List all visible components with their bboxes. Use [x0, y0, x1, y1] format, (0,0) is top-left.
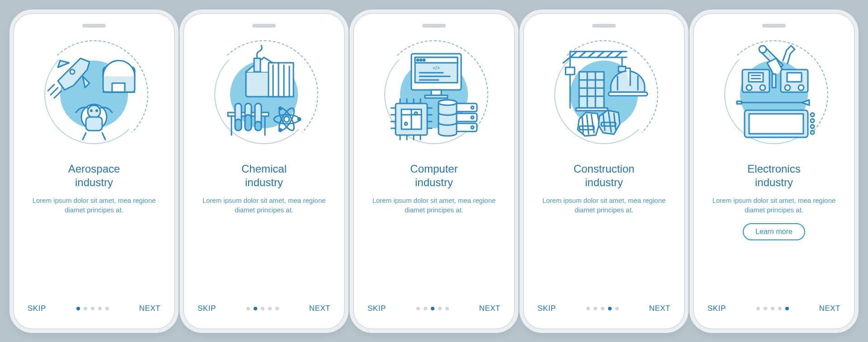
svg-point-108 — [759, 46, 766, 53]
page-dot[interactable] — [756, 307, 760, 310]
page-dot[interactable] — [424, 307, 427, 310]
svg-rect-121 — [737, 101, 741, 104]
aerospace-illustration — [35, 36, 153, 153]
svg-point-112 — [760, 85, 765, 90]
svg-point-3 — [70, 70, 75, 74]
page-dot[interactable] — [431, 307, 434, 310]
svg-line-1 — [51, 88, 58, 95]
svg-line-86 — [563, 57, 570, 63]
page-dot[interactable] — [438, 307, 442, 310]
onboarding-footer: SKIPNEXT — [198, 304, 330, 313]
screen-title: Aerospaceindustry — [68, 162, 120, 189]
svg-point-126 — [811, 125, 814, 128]
next-button[interactable]: NEXT — [479, 304, 500, 313]
svg-rect-5 — [112, 83, 125, 92]
skip-button[interactable]: SKIP — [538, 304, 556, 313]
svg-point-28 — [284, 117, 289, 122]
phone-mockup-4: ElectronicsindustryLorem ipsum dolor sit… — [693, 13, 855, 329]
page-dot[interactable] — [608, 307, 612, 310]
page-dot[interactable] — [76, 307, 80, 310]
page-dot[interactable] — [246, 307, 250, 310]
screen-title: Chemicalindustry — [241, 162, 287, 189]
svg-rect-89 — [566, 67, 575, 75]
skip-button[interactable]: SKIP — [198, 304, 216, 313]
onboarding-footer: SKIPNEXT — [368, 304, 500, 313]
svg-point-111 — [746, 85, 752, 90]
screen-description: Lorem ipsum dolor sit amet, mea regione … — [26, 196, 162, 216]
page-dot[interactable] — [601, 307, 604, 310]
page-dot[interactable] — [261, 307, 264, 310]
computer-illustration: </> — [375, 36, 493, 153]
page-indicator — [756, 307, 789, 310]
svg-text:</>: </> — [433, 65, 440, 70]
svg-point-76 — [439, 100, 457, 105]
onboarding-footer: SKIPNEXT — [538, 304, 670, 313]
screen-title: Computerindustry — [410, 162, 458, 189]
page-indicator — [586, 307, 619, 310]
svg-point-40 — [423, 59, 425, 61]
svg-rect-96 — [576, 108, 608, 111]
next-button[interactable]: NEXT — [309, 304, 330, 313]
svg-line-100 — [582, 117, 583, 133]
next-button[interactable]: NEXT — [649, 304, 670, 313]
page-dot[interactable] — [275, 307, 279, 310]
screen-description: Lorem ipsum dolor sit amet, mea regione … — [196, 196, 332, 216]
construction-illustration — [545, 36, 663, 153]
svg-point-33 — [279, 129, 282, 131]
page-dot[interactable] — [105, 307, 109, 310]
page-dot[interactable] — [98, 307, 102, 310]
page-dot[interactable] — [586, 307, 590, 310]
phone-speaker — [762, 24, 786, 28]
svg-point-11 — [96, 110, 98, 111]
svg-rect-90 — [579, 72, 604, 108]
svg-point-34 — [279, 107, 282, 110]
screen-title: Electronicsindustry — [747, 162, 800, 189]
page-dot[interactable] — [91, 307, 94, 310]
svg-line-84 — [606, 52, 613, 57]
svg-line-80 — [570, 52, 577, 57]
onboarding-footer: SKIPNEXT — [708, 304, 840, 313]
phone-speaker — [82, 24, 106, 28]
onboarding-footer: SKIPNEXT — [28, 304, 160, 313]
page-dot[interactable] — [771, 307, 774, 310]
svg-rect-26 — [245, 115, 251, 131]
phone-mockup-2: </> Computerindustr — [353, 13, 515, 329]
svg-rect-109 — [772, 74, 776, 88]
page-dot[interactable] — [254, 307, 257, 310]
learn-more-button[interactable]: Learn more — [743, 223, 805, 240]
svg-point-125 — [811, 119, 814, 122]
page-dot[interactable] — [84, 307, 87, 310]
skip-button[interactable]: SKIP — [368, 304, 386, 313]
electronics-illustration — [715, 36, 833, 153]
svg-point-8 — [88, 105, 100, 118]
page-dot[interactable] — [268, 307, 272, 310]
svg-point-10 — [91, 110, 92, 111]
page-dot[interactable] — [785, 307, 789, 310]
svg-rect-45 — [431, 90, 441, 95]
page-dot[interactable] — [764, 307, 767, 310]
page-dot[interactable] — [416, 307, 420, 310]
skip-button[interactable]: SKIP — [708, 304, 726, 313]
page-dot[interactable] — [615, 307, 619, 310]
skip-button[interactable]: SKIP — [28, 304, 46, 313]
phone-mockup-0: AerospaceindustryLorem ipsum dolor sit a… — [13, 13, 175, 329]
svg-point-118 — [798, 85, 804, 90]
page-indicator — [416, 307, 449, 310]
page-indicator — [76, 307, 109, 310]
svg-rect-27 — [255, 122, 261, 131]
page-dot[interactable] — [445, 307, 449, 310]
svg-rect-113 — [749, 73, 763, 82]
screen-description: Lorem ipsum dolor sit amet, mea regione … — [536, 196, 672, 216]
svg-line-82 — [588, 52, 595, 57]
svg-point-38 — [417, 59, 419, 61]
svg-rect-119 — [787, 73, 802, 82]
next-button[interactable]: NEXT — [819, 304, 840, 313]
phone-mockup-3: ConstructionindustryLorem ipsum dolor si… — [523, 13, 685, 329]
next-button[interactable]: NEXT — [139, 304, 160, 313]
phone-speaker — [422, 24, 446, 28]
svg-point-32 — [298, 118, 301, 121]
page-dot[interactable] — [778, 307, 782, 310]
phone-speaker — [252, 24, 276, 28]
screen-description: Lorem ipsum dolor sit amet, mea regione … — [706, 196, 842, 216]
page-dot[interactable] — [594, 307, 597, 310]
